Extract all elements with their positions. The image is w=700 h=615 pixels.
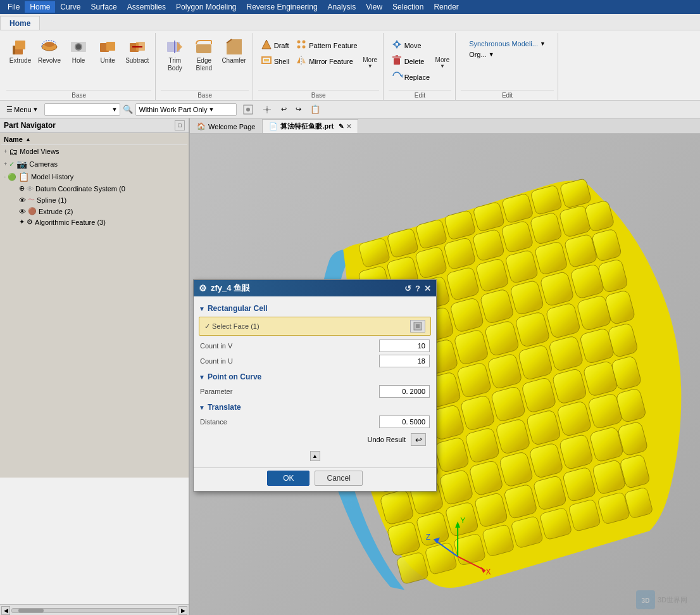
more-features-button[interactable]: More ▼ [361, 35, 379, 90]
content-tabs: 🏠 Welcome Page 📄 算法特征鱼眼.prt ✎ ✕ [190, 118, 700, 134]
svg-text:Z: Z [426, 533, 430, 542]
fisheye-dialog: ⚙ zfy_4 鱼眼 ↺ ? ✕ ▼ Rectangular Cell [193, 279, 437, 491]
tree-algo-feature[interactable]: ✦ ⚙ Algorithmic Feature (3) [1, 217, 187, 227]
sync-mode-button[interactable]: Synchronous Modeli... ▼ [466, 39, 548, 48]
rect-cell-section-header[interactable]: ▼ Rectangular Cell [199, 304, 431, 313]
edge-blend-button[interactable]: EdgeBlend [190, 35, 218, 73]
svg-point-23 [303, 41, 306, 44]
org-button[interactable]: Org... ▼ [466, 50, 548, 59]
dialog-help-button[interactable]: ? [415, 284, 420, 293]
cameras-label: Cameras [29, 160, 58, 168]
model-views-expand: + [4, 148, 7, 155]
menu-view[interactable]: View [361, 1, 387, 13]
translate-header[interactable]: ▼ Translate [199, 403, 431, 412]
redo-toolbar-btn[interactable]: ↪ [292, 104, 305, 115]
bottom-blank [0, 478, 189, 604]
extrude-dot: 🟤 [28, 207, 37, 215]
pattern-feature-button[interactable]: Pattern Feature [293, 38, 359, 53]
tree-cameras[interactable]: + ✓ 📷 Cameras [1, 158, 187, 170]
menu-selection[interactable]: Selection [387, 1, 428, 13]
menu-render[interactable]: Render [428, 1, 463, 13]
subtract-button[interactable]: Subtract [123, 35, 151, 66]
svg-point-25 [303, 46, 306, 49]
extrude-button[interactable]: Extrude [6, 35, 34, 66]
snap3[interactable]: 📋 [306, 103, 324, 115]
undo-toolbar-btn[interactable]: ↩ [277, 104, 291, 115]
distance-input[interactable] [379, 415, 430, 428]
tree-header: Name ▲ [1, 134, 187, 145]
draft-button[interactable]: Draft [258, 38, 292, 53]
tab-file[interactable]: 📄 算法特征鱼眼.prt ✎ ✕ [262, 119, 358, 133]
org-label: Org... [469, 51, 487, 58]
draft-icon [261, 39, 272, 53]
trim-body-button[interactable]: TrimBody [161, 35, 189, 73]
unite-button[interactable]: Unite [94, 35, 122, 66]
parameter-input[interactable] [379, 385, 430, 398]
chamfer-button[interactable]: Chamfer [219, 35, 248, 66]
scroll-track[interactable] [11, 608, 177, 613]
menu-surface[interactable]: Surface [85, 1, 122, 13]
filter-dropdown[interactable]: ▼ [44, 103, 120, 116]
menu-button[interactable]: ☰ Menu ▼ [3, 104, 42, 115]
file-tab-close[interactable]: ✕ [346, 123, 351, 130]
tree-area[interactable]: Name ▲ + 🗂 Model Views + ✓ 📷 Cameras - 🟢… [0, 133, 189, 478]
menu-analysis[interactable]: Analysis [323, 1, 361, 13]
tab-welcome[interactable]: 🏠 Welcome Page [190, 119, 262, 133]
menu-polygon-modeling[interactable]: Polygon Modeling [171, 1, 241, 13]
tree-extrude-item[interactable]: 👁 🟤 Extrude (2) [1, 206, 187, 217]
snap-btn1[interactable] [239, 103, 257, 116]
horizontal-scrollbar[interactable]: ◀ ▶ [0, 604, 189, 615]
spline-label: Spline (1) [37, 196, 66, 204]
features-buttons: Draft Shell [258, 33, 379, 90]
svg-point-4 [44, 42, 54, 47]
algo-label: Algorithmic Feature (3) [35, 219, 106, 226]
spline-icon: 👁 [19, 196, 26, 204]
count-v-input[interactable] [379, 339, 430, 352]
features-col-right: Pattern Feature Mirror Feature [293, 35, 359, 69]
svg-marker-36 [401, 74, 403, 78]
revolve-button[interactable]: Revolve [35, 35, 63, 66]
tree-model-views[interactable]: + 🗂 Model Views [1, 145, 187, 158]
org-arrow: ▼ [489, 51, 494, 58]
mirror-feature-button[interactable]: Mirror Feature [293, 54, 359, 69]
spline-curve-icon: 〜 [28, 195, 35, 205]
menu-reverse-engineering[interactable]: Reverse Engineering [242, 1, 323, 13]
collapse-panel-button[interactable]: □ [175, 120, 185, 130]
work-part-dropdown[interactable]: Within Work Part Only ▼ [135, 103, 237, 116]
menu-curve[interactable]: Curve [55, 1, 85, 13]
snap-btn2[interactable] [258, 103, 276, 116]
menu-assemblies[interactable]: Assemblies [122, 1, 171, 13]
undo-result-button[interactable]: ↩ [411, 433, 426, 446]
edge-blend-label: EdgeBlend [196, 57, 213, 72]
tree-model-history[interactable]: - 🟢 📋 Model History [1, 170, 187, 183]
move-button[interactable]: Move [389, 38, 432, 53]
tab-home[interactable]: Home [0, 16, 40, 30]
cancel-button[interactable]: Cancel [315, 471, 362, 486]
dialog-close-button[interactable]: ✕ [424, 284, 431, 293]
hole-button[interactable]: Hole [65, 35, 92, 66]
tree-datum-coord[interactable]: ⊕ 👁 Datum Coordinate System (0 [1, 183, 187, 194]
more-transform-button[interactable]: More ▼ [434, 35, 451, 90]
delete-button[interactable]: Delete [389, 54, 432, 69]
filter-tools: 🔍 [123, 105, 133, 114]
scroll-right-btn[interactable]: ▶ [178, 606, 187, 615]
point-curve-header[interactable]: ▼ Point on Curve [199, 372, 431, 381]
replace-button[interactable]: Replace [389, 70, 432, 85]
distance-label: Distance [200, 418, 227, 426]
tree-spline[interactable]: 👁 〜 Spline (1) [1, 194, 187, 206]
algo-icon: ⚙ [27, 218, 33, 226]
select-face-button[interactable] [410, 320, 425, 333]
menu-home[interactable]: Home [25, 1, 55, 13]
3d-viewport[interactable]: Y Z X ⚙ zfy_4 鱼眼 ↺ [190, 134, 700, 615]
collapse-button[interactable]: ▲ [310, 451, 320, 461]
undo-result-label: Undo Result [204, 436, 406, 443]
select-face-row[interactable]: ✓ Select Face (1) [199, 317, 431, 336]
edit-label: Edit [461, 90, 554, 100]
shell-button[interactable]: Shell [258, 54, 292, 69]
dialog-refresh-button[interactable]: ↺ [404, 284, 411, 293]
scroll-left-btn[interactable]: ◀ [1, 606, 10, 615]
count-u-input[interactable] [379, 355, 430, 367]
menu-file[interactable]: File [3, 1, 25, 13]
ok-button[interactable]: OK [267, 471, 309, 486]
edge-blend-icon [194, 37, 214, 57]
